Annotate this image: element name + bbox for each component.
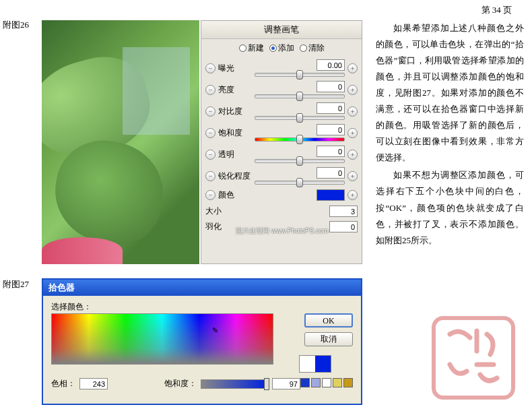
preset-swatch-5[interactable] [343, 378, 353, 387]
color-swatch[interactable] [317, 189, 345, 201]
contrast-minus-button[interactable]: − [205, 106, 215, 117]
color-row: − 颜色 + [201, 187, 362, 204]
sat-slider[interactable] [201, 379, 268, 389]
preset-swatch-1[interactable] [300, 378, 310, 387]
picker-title: 拾色器 [43, 280, 361, 296]
sharpness-plus-button[interactable]: + [347, 171, 358, 181]
adjustment-overlay [123, 47, 190, 135]
saturation-plus-button[interactable]: + [347, 128, 358, 138]
sat-input[interactable] [272, 378, 300, 389]
saturation-slider[interactable] [255, 137, 345, 142]
radio-new-label: 新建 [248, 42, 264, 54]
sat-row: 饱和度： [164, 378, 300, 389]
brightness-row: − 亮度 + [201, 79, 362, 100]
exposure-input[interactable] [317, 59, 345, 71]
contrast-input[interactable] [317, 102, 345, 114]
radio-add-label: 添加 [278, 42, 294, 54]
saturation-row: − 饱和度 + [201, 122, 362, 144]
clarity-plus-button[interactable]: + [347, 150, 358, 160]
size-input[interactable] [329, 206, 358, 217]
hue-input[interactable] [79, 378, 108, 389]
brightness-input[interactable] [317, 81, 345, 92]
exposure-row: − 曝光 + [201, 57, 362, 79]
body-text: 如果希望添加上述八种颜色之外的颜色，可以单击色块，在弹出的“拾色器”窗口，利用吸… [376, 20, 524, 250]
sharpness-label: 锐化程度 [218, 170, 252, 182]
clarity-slider[interactable] [255, 159, 345, 163]
brightness-slider[interactable] [255, 94, 345, 98]
contrast-label: 对比度 [218, 106, 252, 117]
radio-clear[interactable]: 清除 [300, 42, 325, 54]
svg-rect-0 [434, 318, 513, 398]
hue-label: 色相： [51, 378, 75, 389]
preset-swatch-4[interactable] [333, 378, 342, 387]
eyedropper-icon[interactable]: ✎ [212, 326, 218, 335]
select-color-label: 选择颜色： [51, 301, 92, 313]
brightness-minus-button[interactable]: − [205, 85, 215, 95]
sample-photo [42, 20, 199, 264]
watermark: 照片处理网 www.PhotoPS.com [236, 226, 329, 236]
sharpness-minus-button[interactable]: − [205, 171, 215, 181]
size-label: 大小 [205, 206, 325, 217]
clarity-minus-button[interactable]: − [205, 150, 215, 160]
preset-swatch-3[interactable] [322, 378, 331, 387]
preset-swatch-2[interactable] [311, 378, 321, 387]
mode-radio-group: 新建 添加 清除 [201, 39, 362, 57]
caption-fig26: 附图26 [3, 19, 29, 31]
sharpness-slider[interactable] [255, 181, 345, 185]
clarity-input[interactable] [317, 146, 345, 157]
sat-label: 饱和度： [164, 378, 197, 389]
page-number: 第 34 页 [481, 4, 512, 16]
radio-new[interactable]: 新建 [239, 42, 264, 54]
paragraph-2: 如果不想为调整区添加颜色，可选择右下五个小色块中间的白色，按“OK”，颜色项的色… [376, 167, 524, 248]
paragraph-1: 如果希望添加上述八种颜色之外的颜色，可以单击色块，在弹出的“拾色器”窗口，利用吸… [376, 20, 524, 166]
seal-stamp [430, 314, 517, 402]
radio-add[interactable]: 添加 [269, 42, 294, 54]
contrast-plus-button[interactable]: + [347, 106, 358, 117]
clarity-label: 透明 [218, 149, 252, 160]
size-row: 大小 [201, 204, 362, 219]
contrast-slider[interactable] [255, 116, 345, 120]
hue-row: 色相： [51, 378, 108, 389]
sharpness-row: − 锐化程度 + [201, 165, 362, 187]
saturation-input[interactable] [317, 124, 345, 135]
panel-title: 调整画笔 [201, 21, 362, 39]
color-label: 颜色 [218, 189, 252, 201]
color-minus-button[interactable]: − [205, 190, 215, 200]
caption-fig27: 附图27 [3, 278, 29, 290]
clarity-row: − 透明 + [201, 144, 362, 165]
color-result [299, 355, 331, 373]
color-plus-button[interactable]: + [347, 190, 358, 200]
brightness-plus-button[interactable]: + [347, 85, 358, 95]
contrast-row: − 对比度 + [201, 100, 362, 122]
radio-clear-label: 清除 [308, 42, 325, 54]
exposure-label: 曝光 [218, 63, 252, 74]
saturation-minus-button[interactable]: − [205, 128, 215, 138]
exposure-minus-button[interactable]: − [205, 63, 215, 73]
color-gradient[interactable]: ✎ [51, 313, 273, 365]
color-picker-dialog: 拾色器 选择颜色： ✎ OK 取消 色相： 饱和度： [42, 278, 362, 405]
saturation-label: 饱和度 [218, 127, 252, 139]
sharpness-input[interactable] [317, 167, 345, 179]
brightness-label: 亮度 [218, 84, 252, 96]
exposure-plus-button[interactable]: + [347, 63, 358, 73]
feather-input[interactable] [329, 221, 358, 232]
cancel-button[interactable]: 取消 [304, 332, 353, 346]
preset-swatches [300, 378, 353, 387]
ok-button[interactable]: OK [304, 313, 353, 327]
exposure-slider[interactable] [255, 73, 345, 77]
